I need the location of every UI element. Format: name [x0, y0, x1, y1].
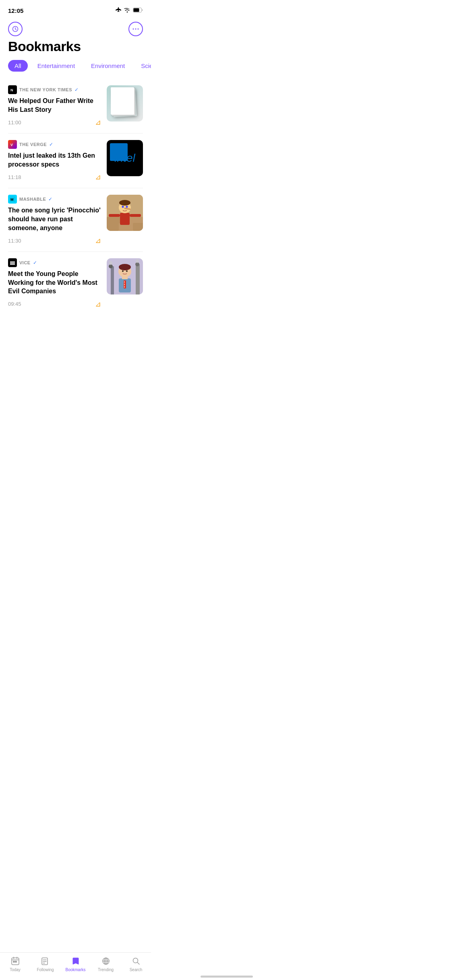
- verified-badge-2: ✓: [49, 142, 53, 147]
- article-time-2: 11:18: [8, 174, 21, 180]
- verge-logo: V: [8, 140, 17, 149]
- article-title-2: Intel just leaked its 13th Gen processor…: [8, 151, 101, 169]
- svg-point-5: [138, 29, 139, 30]
- svg-point-35: [109, 261, 112, 265]
- svg-text:V: V: [10, 143, 13, 147]
- filter-tabs: All Entertainment Environment Science Te…: [0, 60, 151, 79]
- svg-line-24: [125, 208, 130, 209]
- svg-point-22: [122, 206, 124, 208]
- svg-rect-27: [10, 261, 15, 262]
- bookmark-icon-3[interactable]: ⊿: [95, 236, 101, 245]
- article-footer-4: 09:45 ⊿: [8, 300, 101, 309]
- article-time-3: 11:30: [8, 238, 21, 244]
- status-bar: 12:05: [0, 0, 151, 18]
- article-time-1: 11:00: [8, 119, 21, 126]
- svg-rect-20: [130, 214, 141, 217]
- battery-icon: [133, 8, 143, 14]
- svg-rect-1: [134, 8, 139, 12]
- svg-rect-32: [136, 264, 140, 294]
- article-source-4: VICE ✓: [8, 258, 101, 267]
- article-source-3: M MASHABLE ✓: [8, 195, 101, 204]
- svg-point-25: [119, 200, 130, 206]
- article-card-4[interactable]: VICE ✓ Meet the Young People Working for…: [8, 252, 143, 315]
- svg-point-41: [122, 270, 124, 272]
- filter-tab-science[interactable]: Science: [134, 60, 151, 72]
- vice-logo: [8, 258, 17, 267]
- article-title-1: We Helped Our Father Write His Last Stor…: [8, 97, 101, 114]
- svg-point-23: [126, 206, 128, 208]
- article-card-2[interactable]: V THE VERGE ✓ Intel just leaked its 13th…: [8, 134, 143, 188]
- articles-list: N THE NEW YORK TIMES ✓ We Helped Our Fat…: [0, 79, 151, 315]
- article-left-1: N THE NEW YORK TIMES ✓ We Helped Our Fat…: [8, 85, 107, 127]
- verified-badge-3: ✓: [48, 196, 52, 202]
- article-image-3: [107, 195, 143, 231]
- article-image-4: [107, 258, 143, 294]
- svg-rect-45: [124, 284, 125, 285]
- status-icons: [115, 7, 143, 14]
- svg-rect-29: [10, 264, 15, 265]
- filter-tab-entertainment[interactable]: Entertainment: [31, 60, 81, 72]
- svg-point-3: [133, 29, 134, 30]
- source-name-1: THE NEW YORK TIMES: [19, 87, 72, 92]
- svg-point-42: [126, 270, 128, 272]
- filter-tab-all[interactable]: All: [8, 60, 28, 72]
- more-button[interactable]: [128, 22, 143, 36]
- svg-rect-18: [120, 213, 130, 225]
- mashable-logo: M: [8, 195, 17, 204]
- article-image-2: intel: [107, 140, 143, 176]
- header: [0, 18, 151, 39]
- history-button[interactable]: [8, 22, 23, 36]
- svg-rect-15: [107, 223, 119, 231]
- status-time: 12:05: [8, 7, 23, 14]
- svg-point-36: [136, 259, 139, 263]
- article-left-3: M MASHABLE ✓ The one song lyric 'Pinocch…: [8, 195, 107, 245]
- source-name-4: VICE: [19, 260, 31, 265]
- wifi-icon: [124, 8, 130, 14]
- article-title-3: The one song lyric 'Pinocchio' should ha…: [8, 206, 101, 232]
- article-card-1[interactable]: N THE NEW YORK TIMES ✓ We Helped Our Fat…: [8, 79, 143, 134]
- svg-point-4: [135, 29, 137, 30]
- svg-rect-31: [111, 266, 114, 294]
- nyt-logo: N: [8, 85, 17, 94]
- article-left-2: V THE VERGE ✓ Intel just leaked its 13th…: [8, 140, 107, 181]
- article-source-2: V THE VERGE ✓: [8, 140, 101, 149]
- svg-rect-46: [124, 286, 125, 288]
- svg-rect-19: [109, 214, 120, 217]
- svg-text:M: M: [10, 198, 14, 202]
- svg-text:N: N: [10, 88, 13, 92]
- page-title: Bookmarks: [0, 39, 151, 60]
- source-name-2: THE VERGE: [19, 142, 47, 147]
- svg-rect-44: [124, 281, 125, 283]
- svg-point-40: [119, 264, 131, 270]
- article-footer-1: 11:00 ⊿: [8, 118, 101, 127]
- article-footer-3: 11:30 ⊿: [8, 236, 101, 245]
- bookmark-icon-1[interactable]: ⊿: [95, 118, 101, 127]
- article-title-4: Meet the Young People Working for the Wo…: [8, 270, 101, 296]
- verified-badge-4: ✓: [33, 260, 37, 266]
- bookmark-icon-2[interactable]: ⊿: [95, 173, 101, 181]
- article-footer-2: 11:18 ⊿: [8, 173, 101, 181]
- source-name-3: MASHABLE: [19, 197, 46, 202]
- filter-tab-environment[interactable]: Environment: [85, 60, 131, 72]
- svg-rect-28: [10, 263, 15, 264]
- article-left-4: VICE ✓ Meet the Young People Working for…: [8, 258, 107, 309]
- verified-badge-1: ✓: [74, 87, 79, 93]
- article-source-1: N THE NEW YORK TIMES ✓: [8, 85, 101, 94]
- svg-rect-17: [133, 223, 143, 231]
- article-card-3[interactable]: M MASHABLE ✓ The one song lyric 'Pinocch…: [8, 188, 143, 252]
- bookmark-icon-4[interactable]: ⊿: [95, 300, 101, 309]
- article-time-4: 09:45: [8, 301, 21, 307]
- article-image-1: [107, 85, 143, 121]
- airplane-icon: [115, 7, 122, 14]
